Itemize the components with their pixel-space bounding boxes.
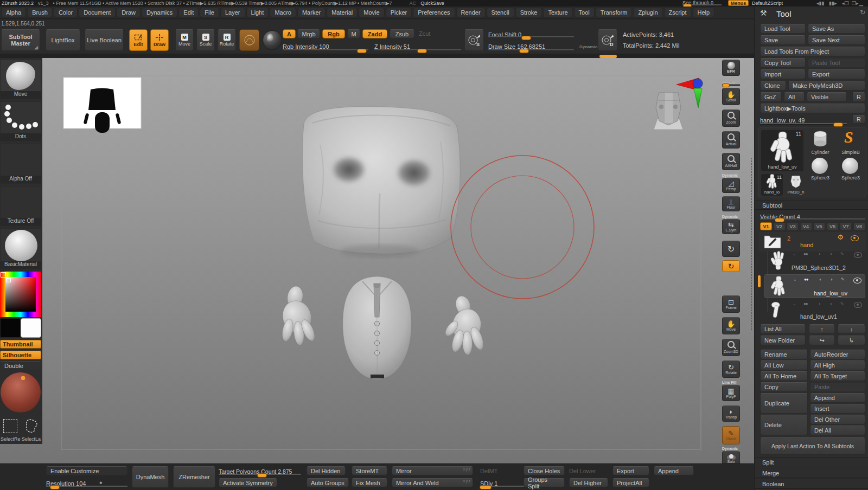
goz-button[interactable]: GoZ	[760, 92, 782, 102]
subtool-eye-icon[interactable]	[854, 302, 862, 308]
bpr-button[interactable]: BPR	[722, 60, 740, 76]
left-tray-toggle-icon[interactable]: ◂▮▮	[816, 1, 824, 6]
activate-symmetry-button[interactable]: Activate Symmetry	[219, 478, 277, 487]
transp-button[interactable]: ◗ Transp	[722, 405, 740, 422]
tab-v6[interactable]: V6	[827, 222, 839, 230]
zcut-toggle[interactable]: Zcut	[419, 30, 430, 37]
tab-v2[interactable]: V2	[774, 222, 786, 230]
floor-button[interactable]: ⊥ Floor	[722, 196, 740, 211]
fix-mesh-button[interactable]: Fix Mesh	[352, 478, 387, 487]
close-holes-button[interactable]: Close Holes	[524, 466, 565, 475]
menu-picker[interactable]: Picker	[386, 8, 412, 17]
tab-v4[interactable]: V4	[800, 222, 812, 230]
split-section-header[interactable]: Split	[755, 457, 868, 467]
rgb-toggle[interactable]: Rgb	[322, 29, 345, 38]
menu-preferences[interactable]: Preferences	[413, 8, 455, 17]
current-brush-button[interactable]: Move	[0, 59, 41, 99]
toggle-flatten-icon[interactable]: ⌄	[793, 252, 796, 257]
export-button[interactable]: Export	[808, 69, 865, 79]
current-stroke-swatch[interactable]	[239, 29, 259, 51]
menu-edit[interactable]: Edit	[178, 8, 199, 17]
menu-zscript[interactable]: Zscript	[664, 8, 692, 17]
menu-help[interactable]: Help	[693, 8, 715, 17]
select-lasso-button[interactable]	[22, 417, 40, 435]
folder-gear-icon[interactable]: ⚙	[837, 233, 844, 241]
save-next-button[interactable]: Save Next	[808, 35, 865, 45]
current-material-swatch[interactable]	[263, 30, 282, 50]
menu-macro[interactable]: Macro	[270, 8, 296, 17]
visible-count-handle[interactable]	[775, 218, 784, 222]
dynamic-size-d-button[interactable]: D	[598, 29, 617, 51]
right-tray-toggle-icon[interactable]: ▮▮▸	[829, 1, 837, 6]
goz-visible-button[interactable]: Visible	[807, 92, 847, 102]
dynamesh-button[interactable]: DynaMesh	[132, 466, 169, 488]
merge-section-header[interactable]: Merge	[755, 468, 868, 478]
all-low-button[interactable]: All Low	[760, 360, 808, 370]
menu-material[interactable]: Material	[327, 8, 358, 17]
aahalf-button[interactable]: AAHalf	[722, 153, 740, 170]
toggle-uv-icon[interactable]: ◐	[819, 252, 821, 257]
zremesher-button[interactable]: ZRemesher	[173, 466, 215, 488]
preview-light-dot[interactable]	[21, 376, 25, 380]
all-high-button[interactable]: All High	[810, 360, 865, 370]
copy-subtool-button[interactable]: Copy	[760, 382, 808, 392]
append-mesh-button[interactable]: Append	[654, 466, 694, 475]
subtool-down-button[interactable]: ↓	[838, 324, 865, 334]
actual-button[interactable]: Actual	[722, 131, 740, 149]
menu-texture[interactable]: Texture	[543, 8, 572, 17]
subtool-up-button[interactable]: ↑	[809, 324, 835, 334]
save-as-button[interactable]: Save As	[808, 24, 865, 34]
draw-mode-button[interactable]: Draw	[150, 29, 169, 51]
rotate3d-button[interactable]: ↻ Rotate	[722, 360, 740, 378]
goz-all-button[interactable]: All	[784, 92, 805, 102]
lightbox-tools-button[interactable]: Lightbox▶Tools	[760, 104, 865, 113]
auto-groups-button[interactable]: Auto Groups	[307, 478, 349, 487]
a-toggle[interactable]: A	[283, 29, 296, 38]
menus-button[interactable]: Menus	[728, 0, 749, 6]
resolution-slider[interactable]: Resolution 104 •	[46, 478, 127, 487]
export-mesh-button[interactable]: Export	[612, 466, 649, 475]
tool-thumb-active[interactable]: 11 hand_low_uv	[761, 130, 803, 171]
goz-r-button[interactable]: R	[852, 92, 865, 102]
tab-v3[interactable]: V3	[787, 222, 799, 230]
projectall-button[interactable]: ProjectAll	[612, 478, 649, 487]
make-polymesh3d-button[interactable]: Make PolyMesh3D	[788, 81, 865, 91]
see-through-slider[interactable]: See-through 0	[682, 0, 724, 7]
rgb-intensity-slider[interactable]: Rgb Intensity 100	[283, 41, 368, 51]
tool-r-button[interactable]: R	[852, 115, 865, 124]
paste-subtool-button[interactable]: Paste	[810, 382, 865, 392]
current-stroke-button[interactable]: Dots	[0, 101, 41, 141]
draw-size-slider[interactable]: Draw Size 162.68251	[488, 41, 574, 51]
toggle-displacement-icon[interactable]: ◑	[829, 301, 832, 307]
toggle-flatten-icon[interactable]: ⌄	[793, 301, 796, 307]
del-hidden-button[interactable]: Del Hidden	[307, 466, 346, 475]
load-tools-from-project-button[interactable]: Load Tools From Project	[760, 47, 865, 56]
folder-eye-icon[interactable]	[851, 235, 859, 241]
local-button[interactable]: ↻	[722, 241, 740, 257]
menu-draw[interactable]: Draw	[117, 8, 141, 17]
del-higher-button[interactable]: Del Higher	[569, 478, 608, 487]
main-color-swatch[interactable]	[0, 318, 21, 338]
lsym-button[interactable]: ⇆ L.Sym	[722, 219, 740, 234]
move-to-folder-button[interactable]: ↪	[809, 336, 835, 345]
subtool-eye-icon[interactable]	[853, 278, 861, 283]
select-rect-button[interactable]	[1, 417, 20, 435]
subtool-item-hand-low-uv[interactable]: ⌄ ●● ◐ ◑ ✎ hand_low_uv	[764, 274, 865, 298]
clone-button[interactable]: Clone	[760, 81, 786, 91]
menu-stroke[interactable]: Stroke	[515, 8, 542, 17]
tab-v5[interactable]: V5	[813, 222, 825, 230]
ghost-button[interactable]: ✎ Ghost	[722, 426, 740, 444]
draw-size-handle[interactable]	[520, 49, 528, 53]
toggle-polypaint-icon[interactable]: ●●	[803, 252, 808, 257]
toggle-displacement-icon[interactable]: ◑	[830, 277, 832, 282]
focal-shift-handle[interactable]	[522, 36, 531, 40]
move-out-folder-button[interactable]: ↳	[838, 336, 865, 345]
z-intensity-handle[interactable]	[418, 49, 426, 53]
rgb-intensity-handle[interactable]	[358, 49, 366, 53]
live-boolean-button[interactable]: Live Boolean	[85, 29, 124, 51]
secondary-color-swatch[interactable]	[21, 318, 41, 338]
menu-zplugin[interactable]: Zplugin	[633, 8, 662, 17]
rotate-mode-button[interactable]: R Rotate	[218, 29, 236, 51]
tool-thumb-sphere1[interactable]: Sphere3	[806, 158, 834, 182]
default-zscript-button[interactable]: DefaultZScript	[752, 1, 783, 6]
